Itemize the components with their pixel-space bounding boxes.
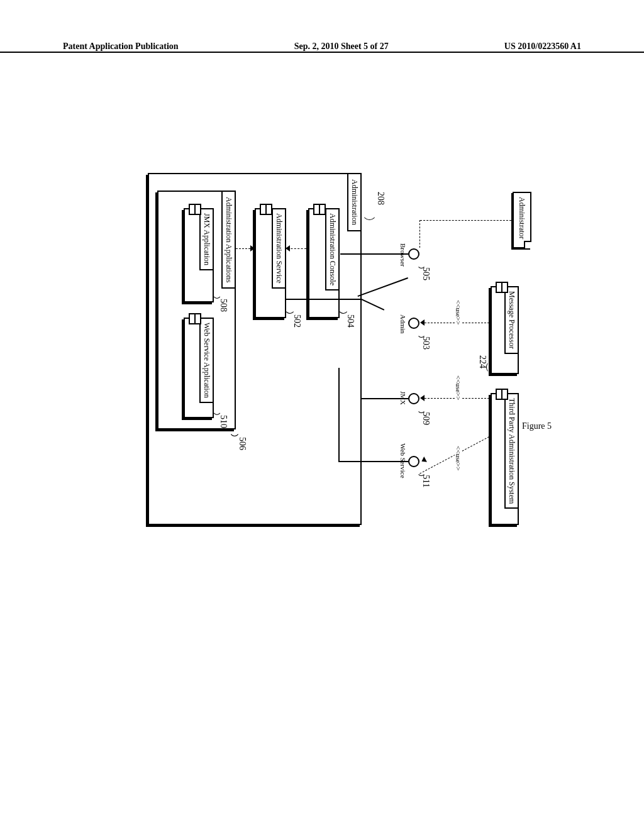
patent-header: Patent Application Publication Sep. 2, 2… xyxy=(0,52,644,63)
component-lugs-icon xyxy=(496,282,508,290)
admin-apps-title: Administration Applications xyxy=(221,191,236,289)
uml-diagram: Administration 208 Administration Consol… xyxy=(22,173,550,544)
line-admin-bend xyxy=(361,299,384,310)
admin-service-label: Administration Service xyxy=(272,208,286,289)
arc-208 xyxy=(362,201,377,220)
arrow-tpa-jmx xyxy=(420,395,425,401)
header-right: US 2010/0223560 A1 xyxy=(504,42,581,52)
administrator-label: Administrator xyxy=(518,197,526,239)
ref-510: 510 xyxy=(218,415,228,428)
page-frame: Administration 208 Administration Consol… xyxy=(63,63,581,755)
jmx-app-component: JMX Application xyxy=(184,208,214,302)
ref-509: 509 xyxy=(421,412,431,425)
message-processor-component: Message Processor xyxy=(491,286,519,374)
tpa-component: Third Party Administration System xyxy=(491,393,519,525)
ws-app-component: Web Service Application xyxy=(184,318,214,418)
figure-caption: Figure 5 xyxy=(522,421,552,431)
dash-admin-to-browser xyxy=(420,220,511,221)
browser-interface xyxy=(408,248,419,260)
arc-506 xyxy=(229,421,240,436)
admin-service-component: Administration Service xyxy=(255,208,286,318)
arc-224 xyxy=(486,362,495,373)
arrow-apps-to-service xyxy=(250,245,255,252)
component-lugs-icon xyxy=(260,204,272,213)
admin-interface xyxy=(408,318,419,329)
ref-506: 506 xyxy=(237,437,247,450)
line-jmx-1 xyxy=(361,398,408,399)
ref-208: 208 xyxy=(375,192,386,205)
ref-505: 505 xyxy=(421,267,431,280)
msg-proc-label: Message Processor xyxy=(504,286,519,354)
arc-503 xyxy=(417,328,426,338)
arc-509 xyxy=(417,403,426,413)
jmx-app-label: JMX Application xyxy=(199,208,214,270)
line-admin-to-service2 xyxy=(286,299,362,300)
ws-interface xyxy=(408,456,419,467)
header-center: Sep. 2, 2010 Sheet 5 of 27 xyxy=(294,42,389,52)
line-browser-to-console xyxy=(340,253,408,255)
component-lugs-icon xyxy=(189,313,201,322)
admin-console-component: Administration Console xyxy=(308,208,340,318)
browser-label: Browser xyxy=(399,243,407,267)
component-lugs-icon xyxy=(496,389,508,397)
line-ws-2 xyxy=(339,368,340,462)
arc-508 xyxy=(212,285,222,299)
ref-502: 502 xyxy=(292,314,302,328)
line-admin-to-service xyxy=(358,278,408,297)
arc-505 xyxy=(417,258,426,268)
ref-504: 504 xyxy=(345,314,355,328)
arrow-tpa-ws xyxy=(420,456,427,464)
admin-console-label: Administration Console xyxy=(325,208,340,290)
arc-502 xyxy=(284,300,296,314)
use-label-2: <<use>> xyxy=(455,374,462,401)
administration-title: Administration xyxy=(347,173,362,231)
use-label-3: <<use>> xyxy=(455,445,462,472)
ref-503: 503 xyxy=(421,336,431,350)
arc-510 xyxy=(212,401,222,415)
ref-511: 511 xyxy=(421,475,431,487)
tpa-label: Third Party Administration System xyxy=(504,393,519,509)
administrator-note: Administrator xyxy=(513,192,531,248)
arrow-msgproc-admin xyxy=(420,319,425,326)
admin-label: Admin xyxy=(399,314,407,334)
line-ws-1 xyxy=(339,461,408,462)
arrow-console-to-service xyxy=(286,245,290,252)
use-label-1: <<use>> xyxy=(455,299,462,326)
component-lugs-icon xyxy=(189,204,201,213)
header-left: Patent Application Publication xyxy=(63,42,179,52)
arc-504 xyxy=(338,300,349,314)
ws-app-label: Web Service Application xyxy=(199,318,214,403)
ref-508: 508 xyxy=(218,299,228,312)
dash-console-to-service xyxy=(287,248,306,249)
jmx-interface xyxy=(408,393,419,404)
component-lugs-icon xyxy=(313,204,326,213)
dash-admin-horiz xyxy=(419,220,420,248)
line-jmx-2 xyxy=(361,255,362,399)
